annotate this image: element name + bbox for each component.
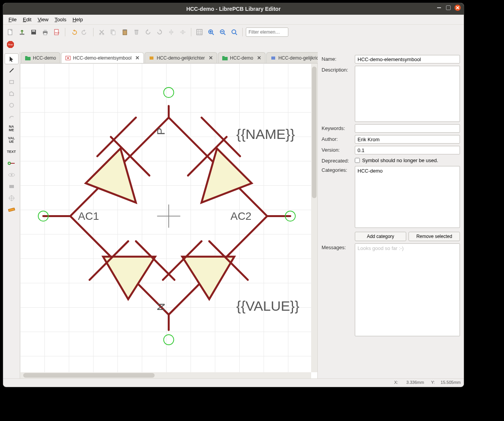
svg-point-24 — [10, 103, 14, 107]
version-field[interactable] — [355, 146, 460, 154]
mirror-v-icon[interactable] — [178, 27, 188, 37]
svg-rect-16 — [197, 29, 202, 35]
scroll-thumb[interactable] — [23, 373, 155, 378]
label-ac2: AC2 — [230, 210, 251, 222]
zoom-out-icon[interactable] — [218, 27, 228, 37]
filter-input[interactable] — [246, 27, 288, 37]
zoom-in-icon[interactable] — [206, 27, 216, 37]
print-icon[interactable] — [40, 27, 50, 37]
symbol-icon — [65, 55, 71, 61]
svg-rect-29 — [9, 185, 14, 188]
circle-tool[interactable] — [5, 100, 19, 111]
text-tool[interactable]: TEXT — [5, 146, 19, 157]
scroll-thumb[interactable] — [312, 67, 317, 198]
tab-hcc-demo-1[interactable]: HCC-demo — [21, 52, 60, 63]
polygon-tool[interactable] — [5, 88, 19, 99]
minimize-button[interactable] — [436, 5, 442, 11]
origin-cross — [157, 205, 180, 228]
tab-label: HCC-demo-elementsymbool — [73, 55, 131, 61]
deprecated-checkbox[interactable] — [355, 158, 360, 163]
status-y: Y: 15.505mm — [431, 380, 461, 385]
statusbar: X: 3.336mm Y: 15.505mm — [3, 378, 464, 385]
cut-icon[interactable] — [97, 27, 107, 37]
eye-tool[interactable] — [5, 169, 19, 180]
copy-icon[interactable] — [108, 27, 118, 37]
menu-edit[interactable]: Edit — [20, 15, 34, 24]
stop-toolbar: Stop — [3, 39, 464, 52]
category-item[interactable]: HCC-demo — [358, 168, 457, 174]
svg-line-43 — [97, 118, 136, 156]
svg-rect-36 — [150, 56, 153, 60]
open-icon[interactable] — [17, 27, 27, 37]
maximize-button[interactable] — [446, 5, 451, 10]
diode-bottom-left — [90, 241, 175, 299]
tab-elementsymbool[interactable]: HCC-demo-elementsymbool ✕ — [61, 52, 144, 63]
deprecated-label: Deprecated: — [322, 157, 352, 164]
name-text-tool[interactable]: NA ME — [5, 123, 19, 134]
author-label: Author: — [322, 135, 352, 142]
menu-file[interactable]: File — [5, 15, 20, 24]
save-icon[interactable] — [29, 27, 39, 37]
description-field[interactable] — [355, 66, 460, 122]
rect-tool[interactable] — [5, 77, 19, 87]
tab-label: HCC-demo-gelijkrichter — [278, 55, 318, 61]
tab-gelijkrichter-2[interactable]: HCC-demo-gelijkrichter ✕ — [266, 52, 318, 63]
pin-tool[interactable] — [5, 158, 19, 169]
stop-button[interactable]: Stop — [5, 39, 15, 50]
close-button[interactable] — [455, 5, 461, 11]
rotate-cw-icon[interactable] — [155, 27, 165, 37]
menu-help[interactable]: Help — [70, 15, 86, 24]
svg-rect-39 — [271, 56, 275, 60]
schematic-canvas[interactable]: AC1 AC2 P N {{NAME}} {{VALUE}} — [20, 63, 311, 372]
arc-tool[interactable] — [5, 111, 19, 122]
grid-icon[interactable] — [194, 27, 204, 37]
remove-selected-button[interactable]: Remove selected — [409, 232, 460, 241]
categories-label: Categories: — [322, 166, 352, 173]
horizontal-scrollbar[interactable] — [20, 372, 311, 378]
svg-rect-3 — [32, 30, 35, 32]
fill-tool[interactable] — [5, 181, 19, 192]
delete-icon[interactable] — [131, 27, 141, 37]
close-tab-icon[interactable]: ✕ — [134, 55, 140, 61]
window-controls — [436, 5, 461, 11]
menu-view[interactable]: View — [34, 15, 51, 24]
line-tool[interactable] — [5, 65, 19, 76]
keywords-field[interactable] — [355, 124, 460, 133]
mirror-h-icon[interactable] — [166, 27, 176, 37]
categories-list[interactable]: HCC-demo — [355, 166, 460, 228]
tab-gelijkrichter-1[interactable]: HCC-demo-gelijkrichter ✕ — [145, 52, 217, 63]
svg-rect-1 — [20, 34, 24, 35]
new-icon[interactable] — [5, 27, 15, 37]
rotate-ccw-icon[interactable] — [143, 27, 153, 37]
main-area: NA ME VAL UE TEXT HCC-demo HCC-demo-elem… — [3, 52, 464, 378]
name-field[interactable] — [355, 55, 460, 63]
export-pdf-icon[interactable]: PDF — [52, 27, 62, 37]
zoom-fit-icon[interactable] — [229, 27, 239, 37]
add-category-button[interactable]: Add category — [355, 232, 406, 241]
window-title: HCC-demo - LibrePCB Library Editor — [186, 6, 281, 12]
label-n: N — [155, 303, 167, 311]
value-text-tool[interactable]: VAL UE — [5, 135, 19, 145]
name-label: Name: — [322, 55, 352, 62]
vertical-scrollbar[interactable] — [311, 63, 317, 372]
close-tab-icon[interactable]: ✕ — [255, 55, 261, 61]
svg-point-25 — [8, 162, 10, 164]
svg-rect-31 — [8, 208, 15, 212]
menu-tools[interactable]: Tools — [51, 15, 69, 24]
select-tool[interactable] — [5, 53, 19, 64]
measure-tool[interactable] — [5, 204, 19, 215]
svg-rect-14 — [124, 29, 126, 31]
tab-hcc-demo-2[interactable]: HCC-demo ✕ — [218, 52, 266, 63]
redo-icon[interactable] — [80, 27, 90, 37]
paste-icon[interactable] — [120, 27, 130, 37]
close-tab-icon[interactable]: ✕ — [207, 55, 213, 61]
author-field[interactable] — [355, 135, 460, 144]
svg-rect-0 — [8, 29, 12, 35]
tab-label: HCC-demo — [230, 55, 253, 61]
crosshair-tool[interactable] — [5, 193, 19, 204]
svg-rect-23 — [10, 80, 14, 84]
menubar: File Edit View Tools Help — [3, 15, 464, 25]
folder-icon — [222, 55, 228, 61]
undo-icon[interactable] — [68, 27, 78, 37]
svg-text:PDF: PDF — [55, 32, 60, 34]
